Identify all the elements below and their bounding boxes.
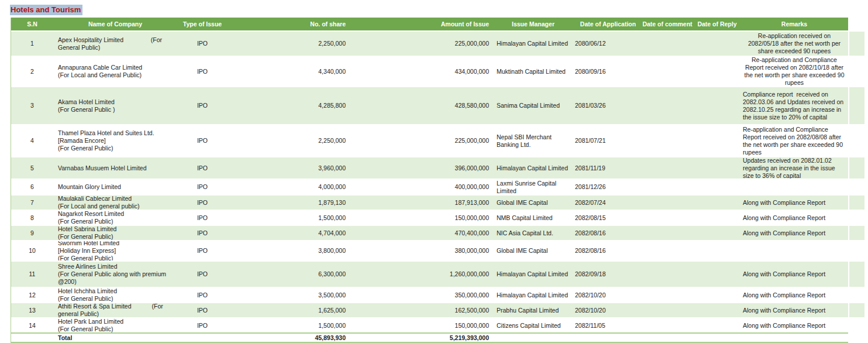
cell-type-of-issue: IPO <box>176 180 229 194</box>
cell-company: Shree Airlines Limited (For General Publ… <box>53 262 176 287</box>
table-row: 9 Hotel Sabrina Limited (For General Pub… <box>11 225 864 240</box>
cell-date-of-reply <box>694 318 740 332</box>
cell-amount-of-issue: 396,000,000 <box>352 157 492 179</box>
cell-sn: 13 <box>11 303 53 317</box>
cell-company: Hotel Ichchha Limited (For General Publi… <box>53 288 176 302</box>
cell-no-of-share: 4,340,000 <box>229 57 352 86</box>
cell-amount-of-issue: 162,500,000 <box>352 303 492 317</box>
cell-date-of-reply <box>694 288 740 302</box>
cell-issue-manager: NMB Capital Limited <box>492 211 571 225</box>
cell-empty-strip <box>848 57 864 86</box>
cell-empty-strip <box>848 157 864 179</box>
cell-date-of-comment <box>641 57 694 86</box>
col-header-sn: S.N <box>11 18 53 30</box>
cell-type-of-issue: IPO <box>176 157 229 179</box>
cell-amount-of-issue: 225,000,000 <box>352 125 492 156</box>
cell-sn: 11 <box>11 262 53 287</box>
col-header-type-of-issue: Type of Issue <box>176 18 229 30</box>
cell-remarks: Along with Compliance Report <box>740 303 848 317</box>
cell-date-of-application: 2081/11/19 <box>571 157 641 179</box>
cell-company: Apex Hospitality Limited (For General Pu… <box>53 32 176 56</box>
cell-date-of-comment <box>641 241 694 260</box>
cell-remarks: Re-application received on 2082/05/18 af… <box>740 32 848 56</box>
cell-type-of-issue: IPO <box>176 318 229 332</box>
cell-empty-strip <box>848 211 864 225</box>
table-row: 13 Athiti Resort & Spa Limited (For gene… <box>11 302 864 317</box>
cell-remarks: Along with Compliance Report <box>740 318 848 332</box>
table-total-row: Total 45,893,930 5,219,393,000 <box>11 332 848 343</box>
cell-company: Nagarkot Resort Limited (For General Pub… <box>53 211 176 225</box>
cell-date-of-comment <box>641 288 694 302</box>
cell-date-of-application: 2080/06/12 <box>571 32 641 56</box>
cell-date-of-application: 2081/07/21 <box>571 125 641 156</box>
cell-amount-of-issue: 470,400,000 <box>352 226 492 240</box>
cell-remarks: Re-application and Compliance Report rec… <box>740 57 848 86</box>
cell-type-of-issue: IPO <box>176 226 229 240</box>
cell-no-of-share: 4,704,000 <box>229 226 352 240</box>
cell-type-of-issue: IPO <box>176 303 229 317</box>
col-header-remarks: Remarks <box>740 18 848 30</box>
cell-company: Mountain Glory Limited <box>53 180 176 194</box>
cell-sn: 5 <box>11 157 53 179</box>
cell-date-of-application: 2082/11/05 <box>571 318 641 332</box>
cell-empty-strip <box>848 125 864 156</box>
cell-no-of-share: 4,000,000 <box>229 180 352 194</box>
cell-sn: 7 <box>11 195 53 210</box>
cell-no-of-share: 3,500,000 <box>229 288 352 302</box>
cell-empty-strip <box>848 226 864 240</box>
col-header-issue-manager: Issue Manager <box>492 18 571 30</box>
cell-type-of-issue: IPO <box>176 262 229 287</box>
cell-no-of-share: 6,300,000 <box>229 262 352 287</box>
cell-date-of-application: 2081/12/26 <box>571 180 641 194</box>
cell-company: Varnabas Musuem Hotel Limited <box>53 157 176 179</box>
cell-sn: 6 <box>11 180 53 194</box>
cell-sn: 12 <box>11 288 53 302</box>
cell-amount-of-issue: 225,000,000 <box>352 32 492 56</box>
cell-remarks: Along with Compliance Report <box>740 262 848 287</box>
section-title: Hotels and Tourism <box>10 5 82 15</box>
cell-type-of-issue: IPO <box>176 32 229 56</box>
cell-date-of-application: 2082/07/24 <box>571 195 641 210</box>
cell-date-of-application: 2082/08/16 <box>571 226 641 240</box>
cell-empty-strip <box>848 288 864 302</box>
col-header-date-of-reply: Date of Reply <box>694 18 740 30</box>
cell-amount-of-issue: 400,000,000 <box>352 180 492 194</box>
hotels-tourism-table: S.N Name of Company Type of Issue No. of… <box>11 18 864 343</box>
cell-date-of-application: 2082/08/15 <box>571 211 641 225</box>
cell-company: Akama Hotel Limited (For General Public … <box>53 87 176 124</box>
cell-issue-manager: Himalayan Capital Limited <box>492 157 571 179</box>
cell-date-of-application: 2082/09/18 <box>571 262 641 287</box>
total-empty-sn <box>11 334 53 342</box>
total-empty-reply <box>694 334 740 342</box>
cell-date-of-reply <box>694 211 740 225</box>
cell-empty-strip <box>848 87 864 124</box>
cell-company: Hotel Sabrina Limited (For General Publi… <box>53 226 176 240</box>
cell-type-of-issue: IPO <box>176 195 229 210</box>
table-row: 14 Hotel Park Land Limited (For General … <box>11 317 864 332</box>
col-header-amount-of-issue: Amount of Issue <box>352 18 492 30</box>
hotels-tourism-page: Hotels and Tourism S.N Name of Company T… <box>0 0 868 343</box>
cell-company: Maulakali Cablecar Limited (For Local an… <box>53 195 176 210</box>
table-row: 3 Akama Hotel Limited (For General Publi… <box>11 86 864 124</box>
cell-amount-of-issue: 380,000,000 <box>352 241 492 260</box>
cell-no-of-share: 3,800,000 <box>229 241 352 260</box>
cell-empty-strip <box>848 262 864 287</box>
cell-date-of-comment <box>641 195 694 210</box>
cell-issue-manager: Prabhu Capital Limited <box>492 303 571 317</box>
cell-date-of-application: 2080/09/16 <box>571 57 641 86</box>
cell-type-of-issue: IPO <box>176 241 229 260</box>
cell-no-of-share: 1,625,000 <box>229 303 352 317</box>
cell-date-of-reply <box>694 241 740 260</box>
table-row: 4 Thamel Plaza Hotel and Suites Ltd. [Ra… <box>11 124 864 156</box>
cell-empty-strip <box>848 32 864 56</box>
cell-date-of-comment <box>641 226 694 240</box>
cell-issue-manager: NIC Asia Capital Ltd. <box>492 226 571 240</box>
table-row: 2 Annapurana Cable Car Limited (For Loca… <box>11 56 864 86</box>
cell-issue-manager: Himalayan Capital Limited <box>492 262 571 287</box>
cell-sn: 10 <box>11 241 53 260</box>
table-header-row: S.N Name of Company Type of Issue No. of… <box>11 18 848 30</box>
total-empty-type <box>176 334 229 342</box>
cell-issue-manager: Sanima Capital Limited <box>492 87 571 124</box>
cell-issue-manager: Muktinath Capital Limited <box>492 57 571 86</box>
cell-type-of-issue: IPO <box>176 125 229 156</box>
